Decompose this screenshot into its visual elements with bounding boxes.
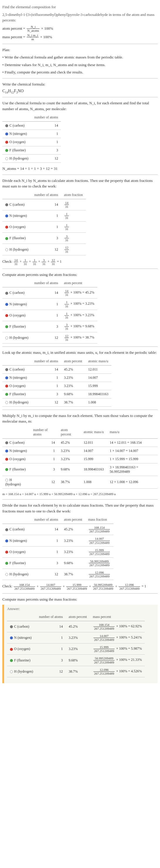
frac-num: 168.154	[89, 526, 110, 529]
col-atom-fraction: atom fraction	[61, 191, 86, 199]
oxygen-swatch-icon	[10, 648, 13, 651]
element-label: N (nitrogen)	[9, 132, 27, 136]
mass-frac-lead: Divide the mass for each element by m to…	[2, 502, 158, 514]
frac-num: 12.096	[119, 583, 140, 587]
table-row: F (fluorine)3331 × 100% = 9.68%	[2, 321, 97, 332]
fraction: 12.096267.251209489	[119, 583, 140, 590]
element-label: O (oxygen)	[9, 384, 26, 388]
element-cell: C (carbon)	[2, 122, 31, 130]
frac-num: 14	[14, 258, 18, 262]
atom-fraction-cell: 331	[61, 233, 86, 244]
n-atoms-cell: 14	[31, 199, 61, 210]
table-row: C (carbon)141431 × 100% = 45.2%	[2, 287, 97, 299]
atom-percent-cell: 3.23%	[61, 535, 85, 546]
element-cell: H (hydrogen)	[2, 155, 31, 163]
fluorine-swatch-icon	[5, 562, 8, 565]
mass-pct-lead: Compute mass percents using the mass fra…	[2, 596, 158, 602]
mass-percent-prefix: mass percent =	[2, 34, 26, 39]
element-cell: O (oxygen)	[2, 310, 31, 321]
nitrogen-swatch-icon	[5, 376, 8, 379]
atom-percent-value: 3.23%	[85, 313, 94, 317]
frac-den: 31	[51, 262, 55, 266]
element-label: C (carbon)	[14, 624, 29, 628]
frac-num: 12	[65, 246, 69, 249]
element-cell: N (nitrogen)	[2, 446, 30, 455]
frac-num: 15.999	[89, 548, 110, 552]
nitrogen-swatch-icon	[5, 539, 8, 542]
atomic-mass-cell: 12.011	[81, 438, 107, 446]
atomic-mass-cell: 1.008	[81, 476, 107, 488]
frac-den: 267.251209489	[93, 660, 115, 664]
separator	[2, 593, 158, 594]
col-natoms: number of atoms	[31, 279, 61, 287]
frac-den: 267.251209489	[89, 552, 110, 556]
n-atoms-cell: 12	[31, 155, 61, 163]
fluorine-swatch-icon	[5, 468, 8, 471]
element-cell: N (nitrogen)	[2, 373, 31, 382]
n-atoms-cell: 1	[30, 455, 58, 463]
atomic-mass-cell: 18.998403163	[85, 390, 111, 398]
atom-percent-cell: 3.23%	[58, 455, 81, 463]
frac-num: 15.999	[66, 583, 88, 587]
element-cell: F (fluorine)	[2, 233, 31, 244]
frac-den: 31	[65, 293, 69, 297]
atom-percent-def: atom percent = N_i N_atoms × 100%	[2, 25, 158, 32]
fraction: 15.999267.251209489	[89, 548, 110, 556]
element-cell: F (fluorine)	[2, 321, 31, 332]
fluorine-swatch-icon	[5, 325, 8, 328]
element-label: F (fluorine)	[9, 324, 26, 329]
frac-den: 267.251209489	[14, 587, 35, 590]
mass-percent-cell: 15.999267.251209489 × 100% = 5.987%	[90, 644, 145, 655]
element-label: F (fluorine)	[9, 148, 26, 152]
table-row: F (fluorine)39.68%18.998403163	[2, 390, 111, 398]
frac-num: 14.007	[40, 583, 62, 587]
mass-frac-check: Check: 168.154267.251209489 + 14.007267.…	[2, 583, 158, 590]
col-mass-fraction: mass fraction	[85, 516, 114, 524]
atom-percent-cell: 45.2%	[58, 438, 81, 446]
col-atom-percent: atom percent	[61, 279, 97, 287]
frac-den: 31	[65, 205, 69, 208]
n-atoms-cell: 14	[30, 438, 58, 446]
plan-b3: • Finally, compute the percents and chec…	[2, 69, 158, 75]
frac-den: 31	[65, 216, 69, 219]
atom-percent-cell: 131 × 100% = 3.23%	[61, 299, 97, 310]
frac-num: 1	[65, 223, 69, 227]
oxygen-swatch-icon	[5, 141, 8, 144]
col-natoms: number of atoms	[31, 357, 61, 366]
atom-percent-cell: 38.7%	[61, 398, 85, 406]
oxygen-swatch-icon	[5, 458, 8, 461]
fraction: 1431	[65, 201, 69, 208]
frac-den: 31	[65, 338, 69, 341]
element-cell: C (carbon)	[2, 524, 31, 535]
molecular-mass-eq: m = 168.154 u + 14.007 u + 15.999 u + 56…	[2, 492, 158, 497]
fraction: 1231	[65, 246, 69, 253]
atom-percent-cell: 38.7%	[61, 568, 85, 580]
atom-percent-value: 9.68%	[85, 324, 94, 328]
element-cell: N (nitrogen)	[2, 535, 31, 546]
mass-percent-cell: 168.154267.251209489 × 100% = 62.92%	[90, 621, 145, 632]
n-atoms-cell: 1	[31, 138, 61, 146]
element-label: H (hydrogen)	[9, 247, 29, 251]
mass-fraction-cell: 15.999267.251209489	[85, 546, 114, 557]
col-atom-percent: atom percent	[61, 516, 85, 524]
mass-percent-value: 21.33%	[131, 658, 142, 662]
table-row: H (hydrogen)121231 × 100% = 38.7%	[2, 332, 97, 343]
n-atoms-cell: 1	[36, 644, 66, 655]
element-label: C (carbon)	[9, 123, 25, 127]
fraction: 12.096267.251209489	[89, 570, 110, 578]
table-row: N (nitrogen)13.23%14.007	[2, 373, 111, 382]
frac-num: 56.995209489	[93, 656, 115, 660]
fraction: 14.007267.251209489	[40, 583, 62, 590]
frac-num: 3	[42, 258, 46, 262]
answer-label: Answer:	[7, 607, 155, 611]
carbon-swatch-icon	[5, 203, 8, 206]
separator	[2, 97, 158, 97]
col-atom-percent: atom percent	[61, 357, 85, 366]
mass-lookup-lead: Look up the atomic mass, m_i, in unified…	[2, 350, 158, 355]
atom-percent-cell: 45.2%	[61, 365, 85, 373]
pct-suffix: × 100% =	[115, 624, 131, 628]
answer-box: Answer: number of atoms atom percent mas…	[2, 605, 158, 683]
fluorine-swatch-icon	[10, 659, 13, 662]
fluorine-swatch-icon	[5, 393, 8, 396]
n-atoms-cell: 12	[31, 244, 61, 255]
